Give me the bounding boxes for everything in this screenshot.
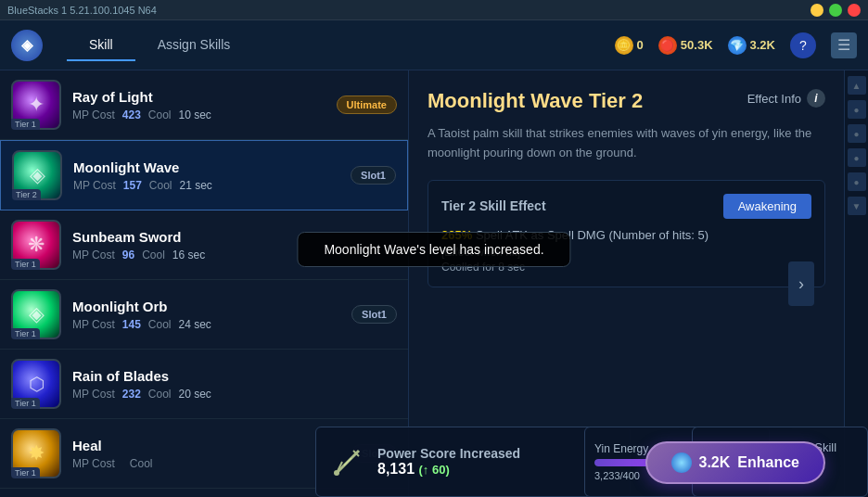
cool-label: Cool bbox=[148, 388, 172, 401]
tab-assign-skills[interactable]: Assign Skills bbox=[135, 30, 253, 61]
skill-icon-wrap: Tier 1 bbox=[11, 428, 61, 478]
side-btn-5[interactable]: ● bbox=[848, 172, 866, 191]
mp-label: MP Cost bbox=[73, 179, 116, 192]
skill-stats: MP Cost Cool bbox=[72, 457, 351, 470]
notification-text: Moonlight Wave's level has increased. bbox=[324, 242, 543, 257]
enhance-gem-icon bbox=[671, 452, 692, 473]
menu-button[interactable]: ☰ bbox=[831, 32, 857, 58]
effect-info-label: Effect Info bbox=[747, 92, 801, 106]
skill-info: Rain of Blades MP Cost 232 Cool 20 sec bbox=[72, 368, 397, 401]
gold-icon: 🪙 bbox=[615, 36, 633, 55]
tier-badge: Tier 1 bbox=[11, 259, 40, 270]
gold-value: 0 bbox=[637, 38, 644, 52]
mp-value: 145 bbox=[122, 318, 141, 331]
skill-icon-wrap: Tier 1 bbox=[11, 80, 61, 130]
list-item[interactable]: Tier 1 Ray of Light MP Cost 423 Cool 10 … bbox=[0, 70, 408, 140]
skill-name: Moonlight Wave bbox=[73, 159, 351, 175]
skill-name: Rain of Blades bbox=[72, 368, 397, 384]
mp-label: MP Cost bbox=[72, 248, 115, 261]
crystal-icon: 🔴 bbox=[658, 36, 677, 55]
skill-info: Heal MP Cost Cool bbox=[72, 438, 351, 470]
power-text: Power Score Increased 8,131 (↑ 60) bbox=[377, 446, 520, 478]
list-item[interactable]: Tier 1 Moonlight Orb MP Cost 145 Cool 24… bbox=[0, 280, 408, 350]
cool-label: Cool bbox=[148, 108, 172, 121]
tier-badge: Tier 1 bbox=[11, 328, 40, 339]
tier-badge: Tier 1 bbox=[11, 398, 40, 409]
cool-value: 24 sec bbox=[179, 318, 211, 331]
nav-tabs: Skill Assign Skills bbox=[67, 30, 252, 61]
mp-label: MP Cost bbox=[72, 318, 115, 331]
tier-badge: Tier 2 bbox=[12, 189, 41, 200]
power-score-label: Power Score Increased bbox=[377, 446, 520, 461]
mp-value: 96 bbox=[122, 248, 134, 261]
cool-label: Cool bbox=[142, 248, 165, 261]
side-btn-1[interactable]: ▲ bbox=[848, 76, 866, 95]
side-btn-2[interactable]: ● bbox=[848, 100, 866, 119]
crystal-value: 50.3K bbox=[681, 38, 713, 52]
detail-title: Moonlight Wave Tier 2 bbox=[428, 89, 643, 113]
logo: ◈ bbox=[11, 30, 43, 61]
power-score-panel: Power Score Increased 8,131 (↑ 60) bbox=[315, 427, 631, 497]
top-right: 🪙 0 🔴 50.3K 💎 3.2K ? ☰ bbox=[615, 32, 857, 58]
tier-badge: Tier 1 bbox=[11, 119, 40, 130]
mp-value: 423 bbox=[122, 108, 141, 121]
cool-value: 20 sec bbox=[179, 388, 211, 401]
side-btn-3[interactable]: ● bbox=[848, 124, 866, 143]
side-btn-6[interactable]: ▼ bbox=[848, 197, 866, 215]
power-score-value: 8,131 (↑ 60) bbox=[377, 461, 520, 478]
skill-icon-wrap: Tier 2 bbox=[12, 150, 62, 200]
skill-badge-slot: Slot1 bbox=[351, 166, 396, 185]
side-btn-4[interactable]: ● bbox=[848, 148, 866, 167]
mp-label: MP Cost bbox=[72, 457, 115, 470]
skill-badge-ultimate: Ultimate bbox=[337, 96, 397, 114]
cool-value: 21 sec bbox=[180, 179, 212, 192]
skill-name: Ray of Light bbox=[72, 89, 337, 105]
tier-effect-header: Tier 2 Skill Effect Awakening bbox=[441, 194, 811, 219]
tier-badge: Tier 1 bbox=[11, 467, 40, 478]
skill-stats: MP Cost 145 Cool 24 sec bbox=[72, 318, 351, 331]
cool-label: Cool bbox=[130, 457, 153, 470]
skill-icon-wrap: Tier 1 bbox=[11, 289, 61, 339]
list-item[interactable]: Tier 1 Rain of Blades MP Cost 232 Cool 2… bbox=[0, 350, 408, 419]
menu-icon: ☰ bbox=[837, 36, 850, 54]
enhance-label: Enhance bbox=[737, 454, 799, 471]
help-button[interactable]: ? bbox=[790, 32, 816, 58]
mp-value: 157 bbox=[123, 179, 142, 192]
enhance-gem-value: 3.2K bbox=[699, 454, 731, 471]
maximize-btn[interactable] bbox=[829, 4, 842, 17]
currency-gold: 🪙 0 bbox=[615, 36, 644, 55]
mp-label: MP Cost bbox=[72, 388, 115, 401]
sword-icon bbox=[329, 443, 366, 480]
skill-stats: MP Cost 232 Cool 20 sec bbox=[72, 388, 397, 401]
skill-icon-wrap: Tier 1 bbox=[11, 359, 61, 409]
effect-info[interactable]: Effect Info i bbox=[747, 89, 825, 108]
skill-info: Moonlight Wave MP Cost 157 Cool 21 sec bbox=[73, 159, 351, 192]
minimize-btn[interactable] bbox=[811, 4, 823, 17]
enhance-button[interactable]: 3.2K Enhance bbox=[645, 441, 825, 484]
gem-icon: 💎 bbox=[728, 36, 747, 55]
awakening-button[interactable]: Awakening bbox=[723, 194, 811, 219]
skill-name: Heal bbox=[72, 438, 351, 453]
tab-skill[interactable]: Skill bbox=[67, 30, 135, 61]
title-bar-controls bbox=[811, 4, 861, 17]
skill-name: Moonlight Orb bbox=[72, 299, 351, 314]
detail-header: Moonlight Wave Tier 2 Effect Info i bbox=[428, 89, 825, 113]
list-item[interactable]: Tier 2 Moonlight Wave MP Cost 157 Cool 2… bbox=[0, 140, 408, 210]
skill-stats: MP Cost 423 Cool 10 sec bbox=[72, 108, 337, 121]
svg-line-4 bbox=[344, 458, 351, 465]
currency-gem: 💎 3.2K bbox=[728, 36, 775, 55]
top-nav: ◈ Skill Assign Skills 🪙 0 🔴 50.3K 💎 3.2K… bbox=[0, 20, 868, 70]
mp-label: MP Cost bbox=[72, 108, 115, 121]
skill-stats: MP Cost 157 Cool 21 sec bbox=[73, 179, 351, 192]
title-bar: BlueStacks 1 5.21.100.1045 N64 bbox=[0, 0, 868, 20]
detail-desc: A Taoist palm skill that strikes enemies… bbox=[428, 124, 825, 163]
cool-value: 10 sec bbox=[179, 108, 211, 121]
notification-banner: Moonlight Wave's level has increased. bbox=[297, 232, 570, 267]
info-icon: i bbox=[807, 89, 825, 108]
cool-label: Cool bbox=[149, 179, 172, 192]
close-btn[interactable] bbox=[848, 4, 861, 17]
skill-info: Ray of Light MP Cost 423 Cool 10 sec bbox=[72, 89, 337, 121]
cool-label: Cool bbox=[148, 318, 172, 331]
svg-point-3 bbox=[334, 470, 339, 476]
nav-arrow-right[interactable]: › bbox=[788, 261, 814, 306]
